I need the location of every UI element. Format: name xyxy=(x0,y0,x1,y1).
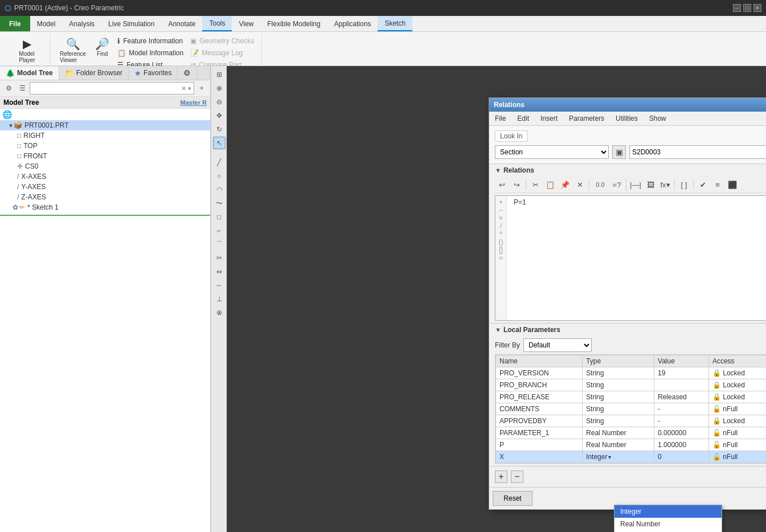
type-dropdown-arrow[interactable]: ▾ xyxy=(608,454,611,460)
filter-by-select[interactable]: Default All xyxy=(523,338,592,352)
tree-columns-button[interactable]: ☰ xyxy=(16,82,28,95)
tree-item-top[interactable]: □ TOP xyxy=(0,141,210,151)
menu-sketch[interactable]: Sketch xyxy=(378,16,412,31)
message-log-button[interactable]: 📝 Message Log xyxy=(187,47,257,59)
dialog-menu-file[interactable]: File xyxy=(489,113,511,124)
model-player-button[interactable]: ▶ ModelPlayer xyxy=(15,35,39,66)
rel-number-button[interactable]: 0.0 xyxy=(592,178,609,191)
table-row[interactable]: PRO_RELEASE String Released 🔒 Locked Int… xyxy=(496,391,767,403)
table-row[interactable]: PARAMETER_1 Real Number 0.000000 🔓 nFull… xyxy=(496,427,767,439)
vert-pan-button[interactable]: ✥ xyxy=(213,109,226,122)
tree-item-xaxes[interactable]: / X-AXES xyxy=(0,171,210,182)
reset-button[interactable]: Reset xyxy=(493,491,532,506)
table-row[interactable]: PRO_VERSION String 19 🔒 Locked Intralink xyxy=(496,367,767,379)
vert-select-button[interactable]: ↖ xyxy=(213,137,226,149)
tree-settings-button[interactable]: ⚙ xyxy=(2,82,15,95)
table-row[interactable]: PRO_BRANCH String 🔒 Locked Intralink xyxy=(496,379,767,391)
search-dropdown-icon[interactable]: ▾ xyxy=(188,85,191,92)
tree-search-input[interactable] xyxy=(32,85,181,92)
rel-copy-button[interactable]: 📋 xyxy=(543,178,557,191)
menu-analysis[interactable]: Analysis xyxy=(62,16,101,31)
expand-icon[interactable]: ▼ xyxy=(8,122,14,129)
rel-delete-button[interactable]: ✕ xyxy=(573,178,587,191)
menu-annotate[interactable]: Annotate xyxy=(161,16,202,31)
vert-mirror-button[interactable]: ⇔ xyxy=(213,265,226,278)
tab-model-tree[interactable]: 🌲 Model Tree xyxy=(0,67,59,80)
tree-item-cs0[interactable]: ✛ CS0 xyxy=(0,161,210,171)
tab-folder-browser[interactable]: 📁 Folder Browser xyxy=(59,67,129,80)
table-row-x[interactable]: X Integer ▾ 0 🔓 nFull xyxy=(496,451,767,463)
rel-equals-button[interactable]: =? xyxy=(610,178,624,191)
vert-dimension-button[interactable]: ↔ xyxy=(213,279,226,292)
table-row[interactable]: COMMENTS String - 🔓 nFull User-Defin xyxy=(496,403,767,415)
feature-info-button[interactable]: ℹ Feature Information xyxy=(114,35,186,47)
vert-fillet-button[interactable]: ⌒ xyxy=(213,238,226,251)
vert-circle-button[interactable]: ○ xyxy=(213,170,226,182)
vert-constraint-button[interactable]: ⊥ xyxy=(213,293,226,305)
rel-image-button[interactable]: 🖼 xyxy=(644,178,657,191)
rel-bracket-button[interactable]: [ ] xyxy=(677,178,691,191)
relations-toggle[interactable]: ▼ xyxy=(495,167,501,174)
rel-validate-button[interactable]: ✔ xyxy=(696,178,710,191)
rel-paste-button[interactable]: 📌 xyxy=(558,178,572,191)
tree-item-sketch1[interactable]: ✿ ✏ * Sketch 1 xyxy=(0,202,210,212)
dialog-menu-utilities[interactable]: Utilities xyxy=(610,113,644,124)
param-type-x[interactable]: Integer ▾ xyxy=(583,451,654,463)
geometry-checks-button[interactable]: ▣ Geometry Checks xyxy=(187,35,257,47)
vert-spline-button[interactable]: 〜 xyxy=(213,197,226,210)
tree-item-front[interactable]: □ FRONT xyxy=(0,151,210,161)
menu-applications[interactable]: Applications xyxy=(327,16,378,31)
model-info-button[interactable]: 📋 Model Information xyxy=(114,47,186,59)
menu-file[interactable]: File xyxy=(0,16,30,31)
vert-reference-button[interactable]: ⊗ xyxy=(213,306,226,319)
menu-tools[interactable]: Tools xyxy=(202,16,232,31)
menu-model[interactable]: Model xyxy=(30,16,63,31)
vert-arc-button[interactable]: ◠ xyxy=(213,183,226,196)
vert-zoom-fit-button[interactable]: ⊞ xyxy=(213,68,226,81)
type-option-real-number[interactable]: Real Number xyxy=(615,518,722,530)
rel-expand-button[interactable]: ⬛ xyxy=(726,178,739,191)
vert-rotate-button[interactable]: ↻ xyxy=(213,123,226,136)
tab-favorites[interactable]: ★ Favorites xyxy=(129,67,178,80)
table-row[interactable]: P Real Number 1.000000 🔓 nFull User-Defi… xyxy=(496,439,767,451)
look-in-select[interactable]: Section Assembly xyxy=(495,145,609,159)
dialog-menu-show[interactable]: Show xyxy=(644,113,672,124)
tree-item-prt0001[interactable]: ▼ 📦 PRT0001.PRT xyxy=(0,120,210,130)
tree-item-right[interactable]: □ RIGHT xyxy=(0,130,210,141)
rel-func-button[interactable]: fx▾ xyxy=(658,178,672,191)
tree-add-button[interactable]: + xyxy=(195,82,208,95)
vert-rect-button[interactable]: □ xyxy=(213,211,226,223)
rel-range-button[interactable]: |—| xyxy=(629,178,642,191)
vert-zoom-in-button[interactable]: ⊕ xyxy=(213,82,226,95)
remove-param-button[interactable]: − xyxy=(511,470,523,483)
rel-cut-button[interactable]: ✂ xyxy=(529,178,542,191)
menu-view[interactable]: View xyxy=(232,16,260,31)
tree-item-yaxes[interactable]: / Y-AXES xyxy=(0,182,210,192)
vert-line-button[interactable]: ╱ xyxy=(213,156,226,169)
dialog-menu-parameters[interactable]: Parameters xyxy=(563,113,610,124)
table-row[interactable]: APPROVEDBY String - 🔒 Locked Windchill xyxy=(496,415,767,427)
local-params-toggle[interactable]: ▼ xyxy=(495,326,501,333)
clear-search-icon[interactable]: ✕ xyxy=(181,85,186,92)
close-button[interactable]: ✕ xyxy=(753,4,761,12)
rel-undo-button[interactable]: ↩ xyxy=(495,178,509,191)
menu-flexible-modeling[interactable]: Flexible Modeling xyxy=(260,16,327,31)
vert-zoom-out-button[interactable]: ⊖ xyxy=(213,96,226,108)
add-param-button[interactable]: + xyxy=(495,470,507,483)
maximize-button[interactable]: □ xyxy=(743,4,751,12)
tab-extra[interactable]: ⚙ xyxy=(178,66,197,80)
dialog-menu-edit[interactable]: Edit xyxy=(511,113,535,124)
find-button[interactable]: 🔎 Find xyxy=(91,35,113,60)
reference-viewer-button[interactable]: 🔍 ReferenceViewer xyxy=(56,35,90,66)
rel-redo-button[interactable]: ↪ xyxy=(510,178,523,191)
relations-editor[interactable]: + − × / ^ () [] = P=1 xyxy=(495,195,766,321)
minimize-button[interactable]: ─ xyxy=(733,4,741,12)
tree-item-zaxes[interactable]: / Z-AXES xyxy=(0,192,210,202)
relations-editor-content[interactable]: P=1 xyxy=(514,198,766,207)
vert-trim-button[interactable]: ✂ xyxy=(213,252,226,264)
vert-chamfer-button[interactable]: ⌐ xyxy=(213,224,226,237)
menu-live-simulation[interactable]: Live Simulation xyxy=(101,16,161,31)
rel-sort-button[interactable]: ≡ xyxy=(711,178,724,191)
canvas-area[interactable]: 野火论坛 Relations ─ □ ✕ File Edit Insert xyxy=(227,66,766,532)
look-in-action-button[interactable]: ▣ xyxy=(612,145,626,159)
